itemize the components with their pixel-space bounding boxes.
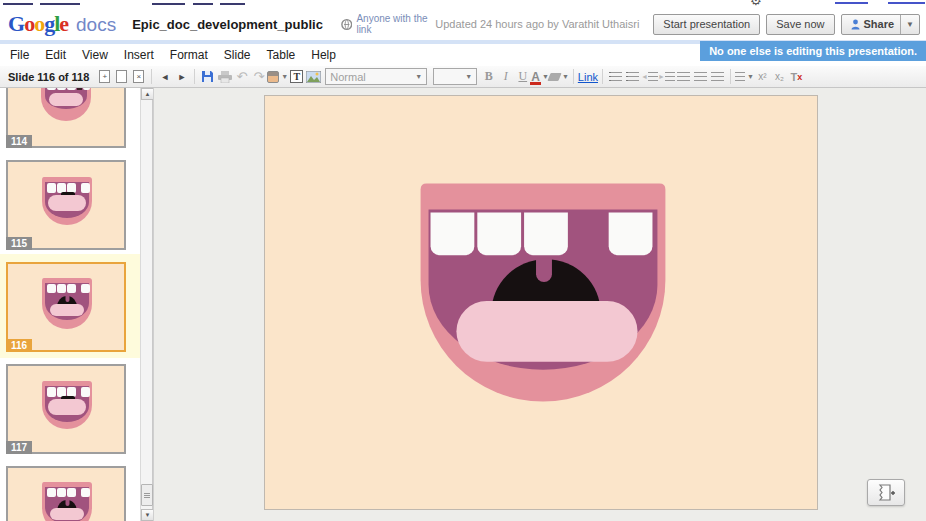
link-fragment[interactable] <box>40 3 80 5</box>
delete-slide-button[interactable]: × <box>130 68 147 86</box>
style-dropdown[interactable]: Normal▼ <box>325 68 427 85</box>
bullet-list-icon[interactable] <box>624 68 641 86</box>
redo-icon[interactable]: ↷ <box>250 68 267 86</box>
collaboration-status-banner: No one else is editing this presentation… <box>700 41 926 61</box>
visibility-setting[interactable]: Anyone with the link <box>341 13 435 35</box>
save-icon[interactable] <box>199 68 216 86</box>
speaker-notes-icon <box>876 484 896 501</box>
link-fragment[interactable] <box>3 3 33 5</box>
insert-textbox-icon[interactable]: T <box>288 68 305 86</box>
fill-color-icon[interactable]: ▼ <box>549 68 569 86</box>
menu-view[interactable]: View <box>82 48 108 62</box>
menu-slide[interactable]: Slide <box>224 48 251 62</box>
align-right-icon[interactable] <box>709 68 726 86</box>
gear-icon[interactable]: ⚙ <box>750 0 762 8</box>
paint-format-icon[interactable]: ▼ <box>267 68 288 86</box>
slide-number-badge: 115 <box>6 237 32 250</box>
slide-thumbnail-115[interactable]: 115 <box>6 160 126 250</box>
slide-thumbnail-118[interactable]: 118 <box>6 466 126 521</box>
menu-format[interactable]: Format <box>170 48 208 62</box>
slide-thumbnail-114[interactable]: 114 <box>6 88 126 148</box>
insert-image-icon[interactable] <box>305 68 322 86</box>
editing-canvas <box>153 88 926 521</box>
slide-number-badge: 114 <box>6 135 32 148</box>
slide-counter: Slide 116 of 118 <box>8 71 89 83</box>
share-dropdown-arrow[interactable]: ▼ <box>900 15 919 34</box>
google-docs-logo[interactable]: Google docs <box>8 11 116 37</box>
menu-help[interactable]: Help <box>311 48 336 62</box>
link-visibility-icon <box>341 18 353 31</box>
link-fragment[interactable] <box>152 3 185 5</box>
italic-icon[interactable]: I <box>497 68 514 86</box>
current-slide[interactable] <box>264 95 818 510</box>
visibility-label: Anyone with the link <box>356 13 435 35</box>
menu-file[interactable]: File <box>10 48 29 62</box>
mouth-illustration <box>265 96 817 509</box>
superscript-icon[interactable]: x² <box>754 68 771 86</box>
next-slide-button[interactable]: ► <box>173 68 190 86</box>
new-slide-button[interactable]: + <box>96 68 113 86</box>
menu-edit[interactable]: Edit <box>45 48 66 62</box>
share-button-label: Share <box>864 18 895 30</box>
subscript-icon[interactable]: x₂ <box>771 68 788 86</box>
print-icon[interactable] <box>216 68 233 86</box>
save-now-button[interactable]: Save now <box>766 14 834 35</box>
link-fragment[interactable] <box>888 2 925 4</box>
start-presentation-button[interactable]: Start presentation <box>653 14 760 35</box>
indent-icon[interactable]: ► <box>658 68 675 86</box>
text-color-icon[interactable]: A▼ <box>531 68 549 86</box>
last-updated-text: Updated 24 hours ago by Varathit Uthaisr… <box>435 18 639 30</box>
outdent-icon[interactable]: ◄ <box>641 68 658 86</box>
menu-table[interactable]: Table <box>267 48 296 62</box>
header: Google docs Epic_doc_development_public … <box>0 8 926 40</box>
menu-insert[interactable]: Insert <box>124 48 154 62</box>
duplicate-slide-button[interactable] <box>113 68 130 86</box>
line-spacing-icon[interactable]: ▼ <box>735 68 754 86</box>
insert-link-button[interactable]: Link <box>578 68 598 86</box>
slide-filmstrip: 114 115 <box>0 88 140 521</box>
logo-google-wordmark: Google <box>8 11 68 37</box>
underline-icon[interactable]: U <box>514 68 531 86</box>
person-icon <box>851 19 860 30</box>
slide-thumbnail-117[interactable]: 117 <box>6 364 126 454</box>
slide-number-badge: 117 <box>6 441 32 454</box>
content-area: 114 115 <box>0 88 926 521</box>
bold-icon[interactable]: B <box>480 68 497 86</box>
document-title[interactable]: Epic_doc_development_public <box>132 17 323 32</box>
logo-docs-wordmark: docs <box>76 14 116 36</box>
filmstrip-scrollbar[interactable]: ▲ ▼ <box>140 88 153 521</box>
previous-slide-button[interactable]: ◄ <box>156 68 173 86</box>
font-size-dropdown[interactable]: ▼ <box>433 68 477 85</box>
undo-icon[interactable]: ↶ <box>233 68 250 86</box>
scrollbar-thumb[interactable] <box>141 484 153 506</box>
top-links-strip: ⚙ <box>0 0 926 8</box>
link-fragment[interactable] <box>835 2 868 4</box>
app-window: ⚙ Google docs Epic_doc_development_publi… <box>0 0 926 521</box>
slide-number-badge: 116 <box>6 339 32 352</box>
clear-formatting-icon[interactable]: Tx <box>788 68 805 86</box>
align-center-icon[interactable] <box>692 68 709 86</box>
share-button[interactable]: Share ▼ <box>841 14 921 35</box>
speaker-notes-button[interactable] <box>867 479 905 506</box>
toolbar: Slide 116 of 118 + × ◄ ► ↶ ↷ ▼ T Normal▼… <box>0 66 926 88</box>
link-fragment[interactable] <box>220 3 245 5</box>
numbered-list-icon[interactable] <box>607 68 624 86</box>
slide-thumbnail-116[interactable]: 116 <box>6 262 126 352</box>
link-fragment[interactable] <box>193 3 213 5</box>
align-left-icon[interactable] <box>675 68 692 86</box>
